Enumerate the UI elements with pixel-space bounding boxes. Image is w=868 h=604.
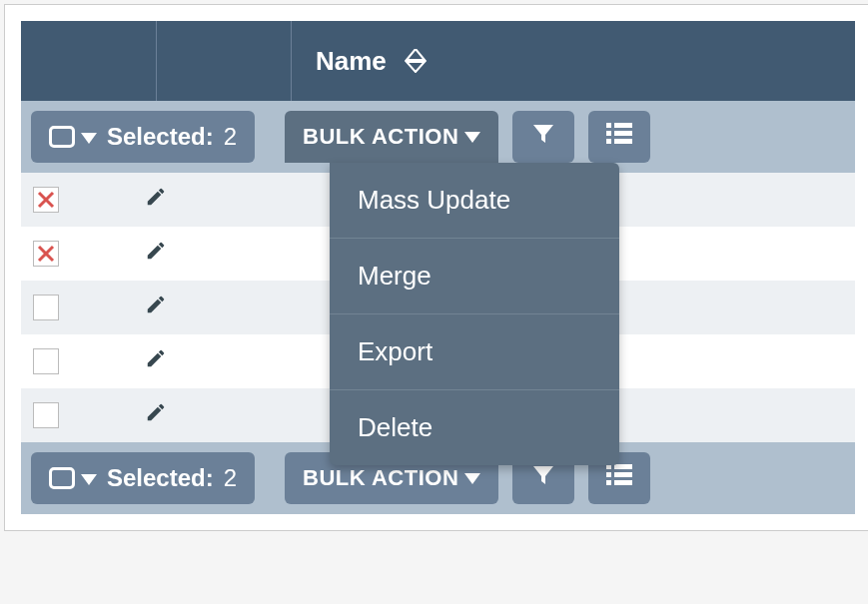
svg-marker-16 — [464, 473, 480, 484]
svg-rect-22 — [606, 480, 611, 485]
filter-button[interactable] — [512, 111, 574, 163]
header-name-col[interactable]: Name — [292, 46, 855, 77]
svg-marker-17 — [533, 466, 553, 484]
table-header: Name — [21, 21, 855, 101]
filter-icon — [531, 463, 555, 493]
select-all-checkbox-icon — [49, 467, 75, 489]
sort-icon[interactable] — [405, 49, 427, 73]
svg-marker-2 — [81, 133, 97, 144]
svg-marker-0 — [407, 49, 425, 60]
caret-down-icon — [464, 124, 480, 150]
dropdown-item-delete[interactable]: Delete — [330, 390, 619, 465]
selected-label: Selected: — [107, 464, 214, 492]
selected-count: 2 — [224, 123, 237, 151]
bulk-action-dropdown: Mass Update Merge Export Delete — [330, 163, 619, 465]
svg-rect-23 — [614, 480, 632, 485]
svg-marker-3 — [464, 132, 480, 143]
bulk-action-label: Bulk Action — [303, 465, 458, 491]
row-checkbox[interactable] — [33, 241, 59, 267]
svg-rect-5 — [606, 123, 611, 128]
select-all-chip[interactable]: Selected:2 — [31, 111, 255, 163]
list-icon — [606, 464, 632, 492]
dropdown-item-merge[interactable]: Merge — [330, 239, 619, 314]
filter-icon — [531, 122, 555, 152]
columns-button[interactable] — [588, 111, 650, 163]
edit-icon[interactable] — [145, 347, 167, 375]
selected-count: 2 — [224, 464, 237, 492]
caret-down-icon — [464, 465, 480, 491]
records-panel: Name Selected:2 Bulk Action — [4, 4, 868, 531]
edit-icon[interactable] — [145, 401, 167, 429]
toolbar-top: Selected:2 Bulk Action Mas — [21, 101, 855, 173]
svg-rect-10 — [614, 139, 632, 144]
svg-rect-21 — [614, 472, 632, 477]
header-edit-col — [157, 21, 292, 101]
edit-icon[interactable] — [145, 240, 167, 268]
caret-down-icon — [81, 464, 97, 492]
svg-rect-20 — [606, 472, 611, 477]
svg-marker-15 — [81, 474, 97, 485]
header-select-col — [21, 21, 157, 101]
selected-label: Selected: — [107, 123, 214, 151]
bulk-action-button[interactable]: Bulk Action — [285, 111, 498, 163]
dropdown-item-mass-update[interactable]: Mass Update — [330, 163, 619, 239]
row-checkbox[interactable] — [33, 295, 59, 320]
svg-marker-1 — [407, 62, 425, 72]
select-all-checkbox-icon — [49, 126, 75, 148]
svg-rect-9 — [606, 139, 611, 144]
row-checkbox[interactable] — [33, 348, 59, 374]
svg-rect-19 — [614, 464, 632, 469]
svg-marker-4 — [533, 125, 553, 143]
caret-down-icon — [81, 123, 97, 151]
list-icon — [606, 123, 632, 151]
dropdown-item-export[interactable]: Export — [330, 314, 619, 390]
svg-rect-7 — [606, 131, 611, 136]
bulk-action-label: Bulk Action — [303, 124, 458, 150]
edit-icon[interactable] — [145, 294, 167, 321]
select-all-chip[interactable]: Selected:2 — [31, 452, 255, 504]
header-name-label: Name — [316, 46, 387, 77]
svg-rect-6 — [614, 123, 632, 128]
edit-icon[interactable] — [145, 186, 167, 214]
row-checkbox[interactable] — [33, 402, 59, 428]
row-checkbox[interactable] — [33, 187, 59, 213]
svg-rect-8 — [614, 131, 632, 136]
